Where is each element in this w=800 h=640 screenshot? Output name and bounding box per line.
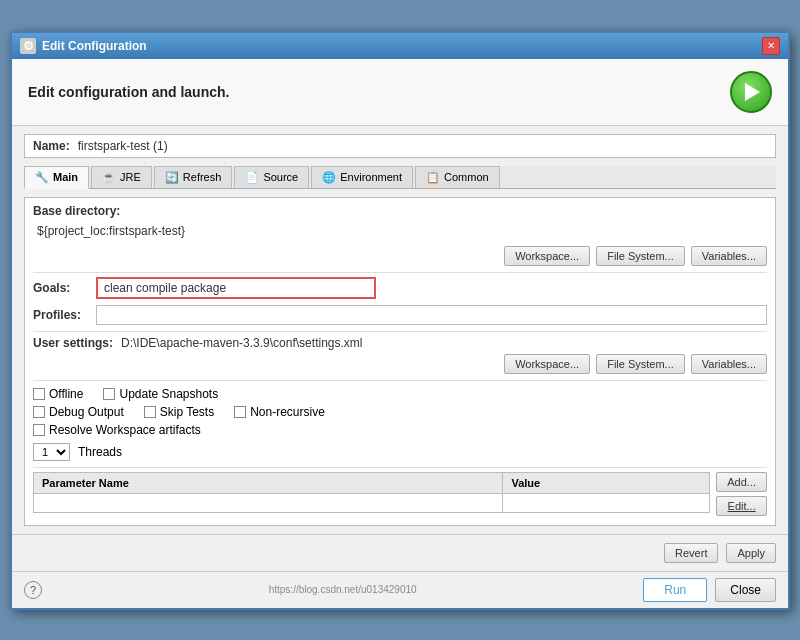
user-settings-label: User settings: xyxy=(33,336,113,350)
user-settings-value: D:\IDE\apache-maven-3.3.9\conf\settings.… xyxy=(121,336,767,350)
environment-tab-label: Environment xyxy=(340,171,402,183)
resolve-workspace-checkbox[interactable] xyxy=(33,424,45,436)
edit-parameter-button[interactable]: Edit... xyxy=(716,496,767,516)
goals-label: Goals: xyxy=(33,281,88,295)
separator-3 xyxy=(33,380,767,381)
checkbox-update-snapshots[interactable]: Update Snapshots xyxy=(103,387,218,401)
empty-param-value xyxy=(503,493,710,512)
param-name-header: Parameter Name xyxy=(34,472,503,493)
checkbox-row-1: Offline Update Snapshots xyxy=(33,387,767,401)
profiles-label: Profiles: xyxy=(33,308,88,322)
non-recursive-label: Non-recursive xyxy=(250,405,325,419)
parameter-table: Parameter Name Value xyxy=(33,472,710,513)
close-button[interactable]: Close xyxy=(715,578,776,602)
tab-common[interactable]: 📋 Common xyxy=(415,166,500,188)
debug-output-checkbox[interactable] xyxy=(33,406,45,418)
workspace-button-2[interactable]: Workspace... xyxy=(504,354,590,374)
environment-tab-icon: 🌐 xyxy=(322,171,336,184)
update-snapshots-checkbox[interactable] xyxy=(103,388,115,400)
titlebar: ⚙ Edit Configuration ✕ xyxy=(12,33,788,59)
help-button[interactable]: ? xyxy=(24,581,42,599)
titlebar-title: Edit Configuration xyxy=(42,39,147,53)
watermark: https://blog.csdn.net/u013429010 xyxy=(269,584,417,595)
threads-select[interactable]: 1 2 4 xyxy=(33,443,70,461)
checkboxes-section: Offline Update Snapshots Debug Output Sk… xyxy=(33,387,767,437)
dialog-body: Name: firstspark-test (1) 🔧 Main ☕ JRE 🔄… xyxy=(12,126,788,534)
source-tab-label: Source xyxy=(263,171,298,183)
run-button[interactable]: Run xyxy=(643,578,707,602)
refresh-tab-label: Refresh xyxy=(183,171,222,183)
goals-row: Goals: xyxy=(33,277,767,299)
separator-4 xyxy=(33,467,767,468)
tab-source[interactable]: 📄 Source xyxy=(234,166,309,188)
checkbox-resolve-workspace[interactable]: Resolve Workspace artifacts xyxy=(33,423,201,437)
checkbox-non-recursive[interactable]: Non-recursive xyxy=(234,405,325,419)
threads-row: 1 2 4 Threads xyxy=(33,443,767,461)
add-parameter-button[interactable]: Add... xyxy=(716,472,767,492)
base-directory-label: Base directory: xyxy=(33,204,767,218)
table-action-buttons: Add... Edit... xyxy=(716,472,767,516)
tab-refresh[interactable]: 🔄 Refresh xyxy=(154,166,233,188)
source-tab-icon: 📄 xyxy=(245,171,259,184)
tab-environment[interactable]: 🌐 Environment xyxy=(311,166,413,188)
skip-tests-label: Skip Tests xyxy=(160,405,214,419)
close-x-button[interactable]: ✕ xyxy=(762,37,780,55)
run-launch-button[interactable] xyxy=(730,71,772,113)
tab-main[interactable]: 🔧 Main xyxy=(24,166,89,189)
profiles-input[interactable] xyxy=(96,305,767,325)
offline-label: Offline xyxy=(49,387,83,401)
jre-tab-label: JRE xyxy=(120,171,141,183)
base-directory-value: ${project_loc:firstspark-test} xyxy=(33,222,767,240)
titlebar-icon: ⚙ xyxy=(20,38,36,54)
edit-configuration-dialog: ⚙ Edit Configuration ✕ Edit configuratio… xyxy=(10,31,790,610)
checkbox-row-3: Resolve Workspace artifacts xyxy=(33,423,767,437)
common-tab-icon: 📋 xyxy=(426,171,440,184)
bottom-bar: ? https://blog.csdn.net/u013429010 Run C… xyxy=(12,571,788,608)
checkbox-debug-output[interactable]: Debug Output xyxy=(33,405,124,419)
common-tab-label: Common xyxy=(444,171,489,183)
run-triangle-icon xyxy=(745,83,760,101)
workspace-button-1[interactable]: Workspace... xyxy=(504,246,590,266)
main-tab-icon: 🔧 xyxy=(35,171,49,184)
resolve-workspace-label: Resolve Workspace artifacts xyxy=(49,423,201,437)
table-row-empty xyxy=(34,493,710,512)
threads-label: Threads xyxy=(78,445,122,459)
tab-jre[interactable]: ☕ JRE xyxy=(91,166,152,188)
name-value: firstspark-test (1) xyxy=(78,139,168,153)
jre-tab-icon: ☕ xyxy=(102,171,116,184)
variables-button-1[interactable]: Variables... xyxy=(691,246,767,266)
name-row: Name: firstspark-test (1) xyxy=(24,134,776,158)
update-snapshots-label: Update Snapshots xyxy=(119,387,218,401)
apply-button[interactable]: Apply xyxy=(726,543,776,563)
checkbox-skip-tests[interactable]: Skip Tests xyxy=(144,405,214,419)
separator-1 xyxy=(33,272,767,273)
goals-input[interactable] xyxy=(96,277,376,299)
main-tab-label: Main xyxy=(53,171,78,183)
param-table-section: Parameter Name Value Add... Edit... xyxy=(33,472,767,519)
header-title: Edit configuration and launch. xyxy=(28,84,229,100)
user-settings-row: User settings: D:\IDE\apache-maven-3.3.9… xyxy=(33,336,767,350)
name-label: Name: xyxy=(33,139,70,153)
run-close-buttons: Run Close xyxy=(643,578,776,602)
empty-param-name xyxy=(34,493,503,512)
checkbox-row-2: Debug Output Skip Tests Non-recursive xyxy=(33,405,767,419)
titlebar-left: ⚙ Edit Configuration xyxy=(20,38,147,54)
tabs-bar: 🔧 Main ☕ JRE 🔄 Refresh 📄 Source 🌐 Enviro… xyxy=(24,166,776,189)
refresh-tab-icon: 🔄 xyxy=(165,171,179,184)
user-settings-buttons: Workspace... File System... Variables... xyxy=(33,354,767,374)
non-recursive-checkbox[interactable] xyxy=(234,406,246,418)
base-dir-buttons: Workspace... File System... Variables... xyxy=(33,246,767,266)
profiles-row: Profiles: xyxy=(33,305,767,325)
dialog-footer: Revert Apply xyxy=(12,534,788,571)
variables-button-2[interactable]: Variables... xyxy=(691,354,767,374)
offline-checkbox[interactable] xyxy=(33,388,45,400)
revert-button[interactable]: Revert xyxy=(664,543,718,563)
skip-tests-checkbox[interactable] xyxy=(144,406,156,418)
filesystem-button-1[interactable]: File System... xyxy=(596,246,685,266)
debug-output-label: Debug Output xyxy=(49,405,124,419)
dialog-header: Edit configuration and launch. xyxy=(12,59,788,126)
param-value-header: Value xyxy=(503,472,710,493)
checkbox-offline[interactable]: Offline xyxy=(33,387,83,401)
separator-2 xyxy=(33,331,767,332)
filesystem-button-2[interactable]: File System... xyxy=(596,354,685,374)
